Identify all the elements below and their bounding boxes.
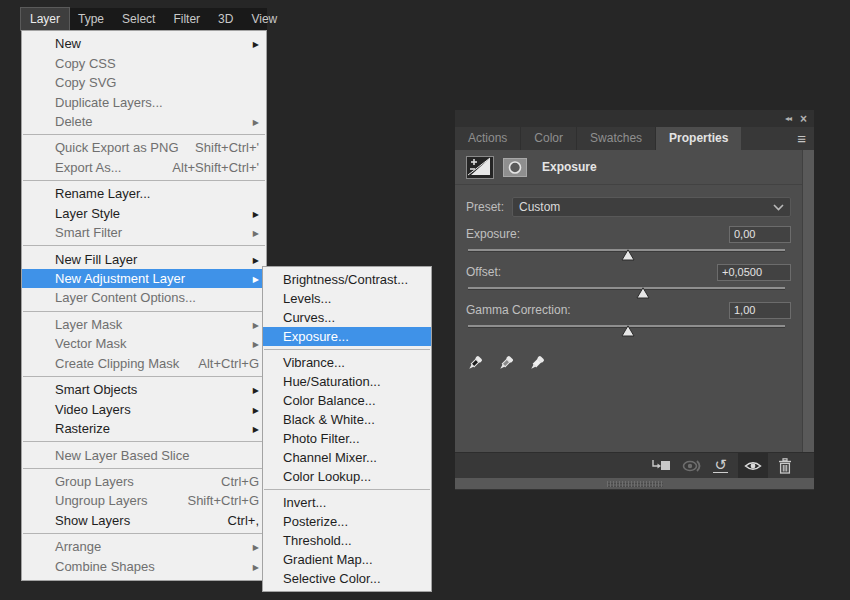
tab-actions[interactable]: Actions: [455, 127, 521, 150]
menu-item-quick-export-as-png[interactable]: Quick Export as PNGShift+Ctrl+': [22, 138, 266, 157]
offset-slider[interactable]: [466, 284, 791, 298]
menu-item-new-layer-based-slice[interactable]: New Layer Based Slice: [22, 445, 266, 464]
menu-item-ungroup-layers[interactable]: Ungroup LayersShift+Ctrl+G: [22, 491, 266, 510]
menu-item-invert[interactable]: Invert...: [263, 493, 431, 512]
menu-item-arrange[interactable]: Arrange▶: [22, 537, 266, 556]
eyedropper-row: [466, 354, 802, 372]
white-point-eyedropper-icon[interactable]: [528, 354, 546, 372]
menu-item-hue-saturation[interactable]: Hue/Saturation...: [263, 372, 431, 391]
menu-separator: [264, 349, 430, 350]
menu-item-channel-mixer[interactable]: Channel Mixer...: [263, 448, 431, 467]
menu-item-label: Rasterize: [55, 421, 110, 436]
menu-item-shortcut: Alt+Shift+Ctrl+': [172, 160, 259, 175]
menu-item-duplicate-layers[interactable]: Duplicate Layers...: [22, 92, 266, 111]
menu-item-label: Layer Mask: [55, 317, 122, 332]
gamma-slider-thumb[interactable]: [621, 323, 635, 335]
menu-item-vector-mask[interactable]: Vector Mask▶: [22, 334, 266, 353]
menu-item-exposure[interactable]: Exposure...: [263, 327, 431, 346]
menu-item-curves[interactable]: Curves...: [263, 308, 431, 327]
offset-value-input[interactable]: [717, 264, 791, 281]
layer-mask-icon: [503, 158, 527, 177]
reset-icon: ↺: [713, 458, 728, 473]
menu-item-layer-content-options[interactable]: Layer Content Options...: [22, 288, 266, 307]
offset-label: Offset:: [466, 265, 501, 279]
toggle-visibility-button[interactable]: [738, 453, 768, 478]
menu-item-copy-css[interactable]: Copy CSS: [22, 53, 266, 72]
offset-slider-thumb[interactable]: [636, 285, 650, 297]
properties-panel: ◂◂ × ActionsColorSwatchesProperties ≡: [455, 110, 814, 490]
menu-item-posterize[interactable]: Posterize...: [263, 512, 431, 531]
menu-item-label: Invert...: [283, 495, 326, 510]
exposure-value-input[interactable]: [729, 226, 791, 243]
reset-button[interactable]: ↺: [713, 453, 728, 478]
menubar-item-filter[interactable]: Filter: [164, 8, 209, 30]
menu-item-combine-shapes[interactable]: Combine Shapes▶: [22, 557, 266, 576]
menu-item-color-lookup[interactable]: Color Lookup...: [263, 467, 431, 486]
menu-item-vibrance[interactable]: Vibrance...: [263, 353, 431, 372]
menu-item-label: Quick Export as PNG: [55, 140, 179, 155]
menu-item-layer-style[interactable]: Layer Style▶: [22, 204, 266, 223]
menu-item-label: Photo Filter...: [283, 431, 360, 446]
preset-label: Preset:: [466, 200, 504, 214]
delete-adjustment-button[interactable]: [778, 453, 792, 478]
black-point-eyedropper-icon[interactable]: [466, 354, 484, 372]
exposure-slider-thumb[interactable]: [621, 247, 635, 259]
menubar-item-view[interactable]: View: [242, 8, 286, 30]
menubar: LayerTypeSelectFilter3DView: [21, 8, 267, 30]
menu-item-label: Rename Layer...: [55, 186, 150, 201]
menubar-item-3d[interactable]: 3D: [209, 8, 242, 30]
menu-item-label: Threshold...: [283, 533, 352, 548]
gamma-value-input[interactable]: [729, 302, 791, 319]
panel-scrollbar[interactable]: [802, 150, 814, 478]
menu-item-selective-color[interactable]: Selective Color...: [263, 569, 431, 588]
menu-item-create-clipping-mask[interactable]: Create Clipping MaskAlt+Ctrl+G: [22, 354, 266, 373]
menubar-item-layer[interactable]: Layer: [21, 8, 69, 30]
menu-item-label: Levels...: [283, 291, 331, 306]
midtone-point-eyedropper-icon[interactable]: [497, 354, 515, 372]
menu-item-black-white[interactable]: Black & White...: [263, 410, 431, 429]
menu-item-photo-filter[interactable]: Photo Filter...: [263, 429, 431, 448]
close-panel-icon[interactable]: ×: [800, 114, 807, 124]
menu-item-smart-filter[interactable]: Smart Filter▶: [22, 223, 266, 242]
menubar-item-select[interactable]: Select: [113, 8, 164, 30]
menu-item-video-layers[interactable]: Video Layers▶: [22, 399, 266, 418]
menu-item-rename-layer[interactable]: Rename Layer...: [22, 184, 266, 203]
menu-item-gradient-map[interactable]: Gradient Map...: [263, 550, 431, 569]
preset-dropdown[interactable]: Custom: [512, 197, 791, 217]
panel-resize-strip[interactable]: [455, 478, 814, 490]
menu-item-threshold[interactable]: Threshold...: [263, 531, 431, 550]
menu-item-show-layers[interactable]: Show LayersCtrl+,: [22, 511, 266, 530]
menu-item-new[interactable]: New▶: [22, 34, 266, 53]
menu-item-delete[interactable]: Delete▶: [22, 112, 266, 131]
menu-item-new-adjustment-layer[interactable]: New Adjustment Layer▶: [22, 269, 266, 288]
menu-item-label: Create Clipping Mask: [55, 356, 179, 371]
menu-item-label: Copy CSS: [55, 56, 116, 71]
menu-item-color-balance[interactable]: Color Balance...: [263, 391, 431, 410]
view-previous-state-button[interactable]: [681, 453, 703, 478]
menu-item-smart-objects[interactable]: Smart Objects▶: [22, 380, 266, 399]
panel-flyout-menu-icon[interactable]: ≡: [797, 127, 814, 150]
exposure-slider[interactable]: [466, 246, 791, 260]
exposure-label: Exposure:: [466, 227, 520, 241]
collapse-panels-icon[interactable]: ◂◂: [785, 114, 791, 123]
gamma-slider[interactable]: [466, 322, 791, 336]
menubar-item-type[interactable]: Type: [69, 8, 113, 30]
menu-item-label: Brightness/Contrast...: [283, 272, 408, 287]
menu-item-group-layers[interactable]: Group LayersCtrl+G: [22, 472, 266, 491]
clip-to-layer-button[interactable]: [649, 453, 671, 478]
menu-item-new-fill-layer[interactable]: New Fill Layer▶: [22, 249, 266, 268]
menu-item-layer-mask[interactable]: Layer Mask▶: [22, 315, 266, 334]
tab-swatches[interactable]: Swatches: [577, 127, 656, 150]
menu-item-rasterize[interactable]: Rasterize▶: [22, 419, 266, 438]
tab-properties[interactable]: Properties: [656, 127, 741, 150]
chevron-down-icon: [773, 204, 784, 211]
tab-color[interactable]: Color: [521, 127, 577, 150]
menu-item-levels[interactable]: Levels...: [263, 289, 431, 308]
menu-item-brightness-contrast[interactable]: Brightness/Contrast...: [263, 270, 431, 289]
submenu-arrow-icon: ▶: [253, 209, 259, 218]
menu-separator: [23, 441, 265, 442]
exposure-adjustment-icon: [466, 156, 494, 179]
menu-item-copy-svg[interactable]: Copy SVG: [22, 73, 266, 92]
menu-separator: [23, 533, 265, 534]
menu-item-export-as[interactable]: Export As...Alt+Shift+Ctrl+': [22, 158, 266, 177]
